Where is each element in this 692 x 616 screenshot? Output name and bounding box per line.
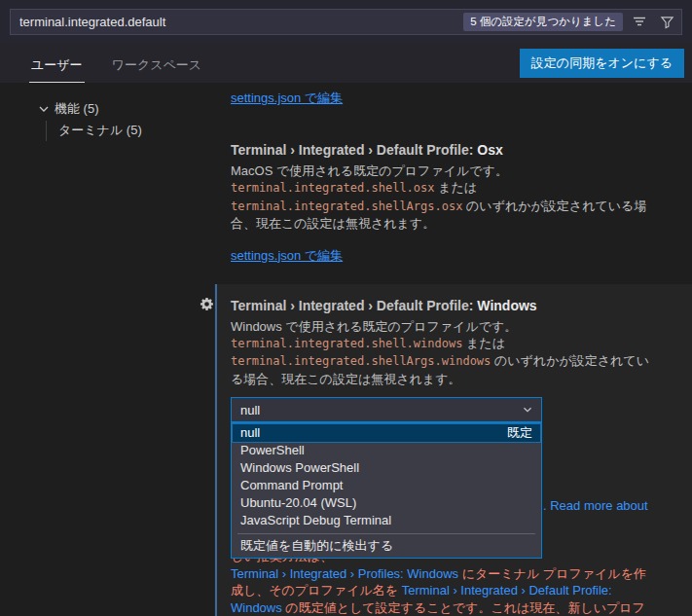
select-current-value: null bbox=[240, 403, 260, 417]
settings-main: 機能 (5) ターミナル (5) settings.json で編集 Termi… bbox=[0, 83, 692, 616]
edit-settings-json-link[interactable]: settings.json で編集 bbox=[231, 247, 343, 265]
settings-sync-button[interactable]: 設定の同期をオンにする bbox=[520, 49, 684, 78]
search-input[interactable]: terminal.integrated.default 5 個の設定が見つかりま… bbox=[10, 9, 682, 35]
option-label: null bbox=[240, 424, 260, 442]
setting-title: Terminal › Integrated › Default Profile:… bbox=[231, 298, 674, 313]
desc-text: または bbox=[462, 336, 505, 350]
default-badge: 既定 bbox=[507, 424, 532, 442]
funnel-filter-icon[interactable] bbox=[656, 12, 677, 31]
settings-list: settings.json で編集 Terminal › Integrated … bbox=[214, 83, 692, 616]
settings-search-bar: terminal.integrated.default 5 個の設定が見つかりま… bbox=[0, 0, 692, 43]
toc-item-label: 機能 (5) bbox=[55, 100, 99, 118]
dropdown-option-windows-powershell[interactable]: Windows PowerShell bbox=[233, 459, 540, 477]
tab-user[interactable]: ユーザー bbox=[29, 56, 85, 83]
setting-category: Terminal › Integrated › Default Profile: bbox=[231, 142, 473, 158]
code-span: terminal.integrated.shellArgs.windows bbox=[231, 354, 491, 368]
setting-description: Windows で使用される既定のプロファイルです。terminal.integ… bbox=[231, 318, 656, 388]
setting-name: Osx bbox=[477, 142, 502, 158]
results-count-badge: 5 個の設定が見つかりました bbox=[463, 13, 623, 31]
profile-dropdown: null 既定 PowerShell Windows PowerShell Co… bbox=[231, 422, 542, 559]
setting-default-profile-osx: Terminal › Integrated › Default Profile:… bbox=[231, 142, 674, 265]
deprecation-text: の既定値として設定することです。これは現在、新しいプロファイル設定より優先されて… bbox=[231, 600, 645, 616]
chevron-down-icon bbox=[521, 403, 534, 417]
desc-text: MacOS で使用される既定のプロファイルです。 bbox=[231, 163, 508, 178]
setting-description: MacOS で使用される既定のプロファイルです。terminal.integra… bbox=[231, 163, 656, 233]
chevron-down-icon bbox=[36, 101, 52, 117]
dropdown-option-ubuntu-wsl[interactable]: Ubuntu-20.04 (WSL) bbox=[233, 494, 540, 512]
tab-workspace[interactable]: ワークスペース bbox=[110, 56, 204, 83]
edit-settings-json-link[interactable]: settings.json で編集 bbox=[231, 90, 343, 107]
tree-indent-guide bbox=[46, 121, 47, 141]
search-query-text[interactable]: terminal.integrated.default bbox=[19, 15, 457, 29]
setting-default-profile-windows: Terminal › Integrated › Default Profile:… bbox=[214, 284, 692, 616]
setting-value-area: null null 既定 PowerShell Windows PowerShe… bbox=[231, 397, 674, 616]
dropdown-option-auto-detect[interactable]: 既定値を自動的に検出する bbox=[233, 537, 540, 555]
toc-item-terminal[interactable]: ターミナル (5) bbox=[0, 120, 214, 141]
setting-category: Terminal › Integrated › Default Profile: bbox=[231, 298, 473, 313]
code-span: terminal.integrated.shell.osx bbox=[231, 181, 435, 195]
gear-icon[interactable] bbox=[200, 297, 214, 311]
desc-text: または bbox=[435, 180, 478, 195]
settings-editor: { "header": { "search_value": "terminal.… bbox=[0, 0, 692, 616]
settings-toc: 機能 (5) ターミナル (5) bbox=[0, 83, 214, 616]
scope-tabs: ユーザー ワークスペース bbox=[29, 43, 203, 83]
desc-text: Windows で使用される既定のプロファイルです。 bbox=[231, 319, 517, 334]
dropdown-option-command-prompt[interactable]: Command Prompt bbox=[233, 477, 540, 494]
dropdown-separator bbox=[237, 533, 535, 534]
profile-select-wrap: null null 既定 PowerShell Windows PowerShe… bbox=[231, 397, 542, 422]
dropdown-option-powershell[interactable]: PowerShell bbox=[233, 442, 540, 459]
dropdown-option-null[interactable]: null 既定 bbox=[233, 424, 540, 442]
settings-scope-tabbar: ユーザー ワークスペース 設定の同期をオンにする bbox=[0, 43, 692, 83]
setting-name: Windows bbox=[477, 298, 536, 313]
setting-title: Terminal › Integrated › Default Profile:… bbox=[231, 142, 674, 158]
profile-select[interactable]: null bbox=[231, 397, 542, 422]
code-span: terminal.integrated.shell.windows bbox=[231, 337, 462, 350]
toc-item-label: ターミナル (5) bbox=[58, 122, 142, 139]
code-span: terminal.integrated.shellArgs.osx bbox=[231, 199, 462, 213]
profiles-windows-link[interactable]: Terminal › Integrated › Profiles: Window… bbox=[231, 566, 458, 581]
filter-lines-icon[interactable] bbox=[629, 12, 650, 31]
read-more-link[interactable]: . Read more about bbox=[543, 498, 648, 513]
dropdown-option-js-debug-terminal[interactable]: JavaScript Debug Terminal bbox=[233, 512, 540, 529]
toc-item-features[interactable]: 機能 (5) bbox=[0, 98, 214, 120]
